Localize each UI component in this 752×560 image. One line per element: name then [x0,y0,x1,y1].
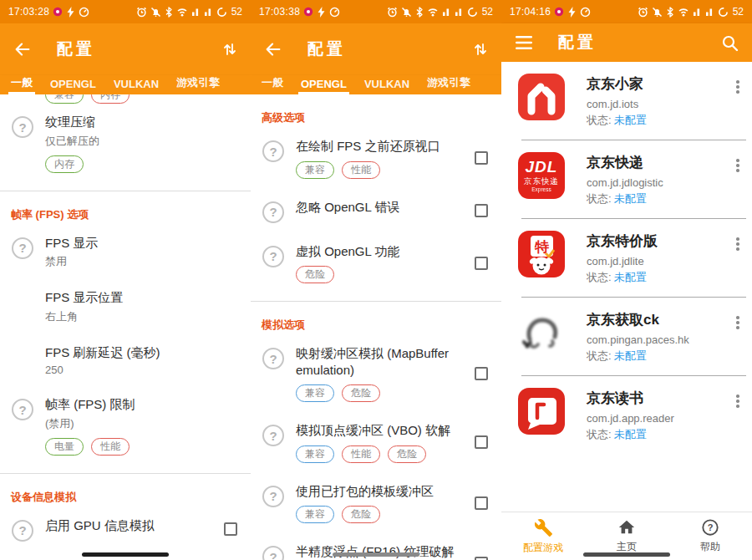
nav-item-help-circle[interactable]: ?帮助 [668,512,752,560]
settings-item[interactable]: ?模拟顶点缓冲区 (VBO) 软解兼容性能危险 [251,412,501,473]
help-icon[interactable]: ? [12,520,33,542]
settings-item[interactable]: ?虚拟 OpenGL 功能危险 [251,233,501,294]
settings-item[interactable]: ?使用已打包的模板缓冲区兼容危险 [251,473,501,534]
tag-chip-red: 性能 [342,445,380,463]
tab-bar: 一般 OPENGL VULKAN 游戏引擎 [251,75,501,94]
status-label: 状态: [587,271,612,283]
app-text-column: 京东快递com.jd.jdlogistic状态:未配置 [587,152,732,206]
overflow-menu-icon[interactable] [732,152,744,206]
flash-icon [66,7,75,18]
checkbox[interactable] [475,557,488,560]
tab-game-engine[interactable]: 游戏引擎 [427,75,470,94]
item-icon-column [0,289,45,324]
settings-list: 兼容内存?纹理压缩仅已解压的内存帧率 (FPS) 选项?FPS 显示禁用FPS … [0,94,251,560]
app-list-item[interactable]: 京东读书com.jd.app.reader状态:未配置 [501,376,752,454]
dot [736,80,739,84]
checkbox[interactable] [475,204,488,217]
settings-item[interactable]: ?纹理压缩仅已解压的内存 [0,104,251,183]
settings-item[interactable]: ?忽略 OpenGL 错误 [251,189,501,233]
help-icon[interactable]: ? [262,348,284,369]
help-icon[interactable]: ? [262,140,284,162]
help-icon[interactable]: ? [12,116,33,138]
tab-general[interactable]: 一般 [11,75,33,94]
help-icon[interactable]: ? [262,486,284,507]
overflow-menu-icon[interactable] [732,231,744,285]
settings-item[interactable]: ?在绘制 FPS 之前还原视口兼容性能 [251,128,501,189]
dot [736,169,739,172]
gesture-bar[interactable] [583,552,670,557]
chip-row: 兼容性能 [296,161,466,179]
signal-icon [204,7,213,17]
tab-vulkan[interactable]: VULKAN [114,78,159,94]
help-icon[interactable]: ? [12,399,33,420]
sort-arrows-icon[interactable] [473,41,488,58]
item-text-column: 纹理压缩仅已解压的内存 [45,114,237,173]
tab-opengl[interactable]: OPENGL [301,78,347,94]
help-icon[interactable]: ? [262,201,284,223]
checkbox[interactable] [475,367,488,380]
item-subtitle: (禁用) [45,416,229,431]
back-arrow-icon[interactable] [13,40,32,59]
jdl-icon: JDL京东快递Express [518,152,565,199]
bluetooth-icon [666,7,674,18]
checkbox[interactable] [475,435,488,449]
settings-item[interactable]: ?FPS 显示禁用 [0,225,251,280]
checkbox[interactable] [475,257,488,270]
menu-icon[interactable] [515,35,533,50]
settings-item[interactable]: FPS 显示位置右上角 [0,279,251,334]
tab-bar: 一般 OPENGL VULKAN 游戏引擎 [0,75,251,94]
app-list-item[interactable]: 京东获取ckcom.pingan.paces.hk状态:未配置 [501,298,752,375]
dot [736,321,739,324]
help-icon[interactable]: ? [262,546,284,560]
item-text-column: 使用已打包的模板缓冲区兼容危险 [296,483,475,524]
overflow-menu-icon[interactable] [732,388,744,442]
app-package: com.jd.iots [587,98,732,110]
settings-item[interactable]: FPS 刷新延迟 (毫秒)250 [0,334,251,387]
tab-game-engine[interactable]: 游戏引擎 [176,75,220,94]
item-title: 使用已打包的模板缓冲区 [296,483,466,500]
app-bar: 配置 [0,23,251,75]
status-value: 未配置 [614,192,647,205]
tag-chip-red: 危险 [342,506,380,523]
item-title: 虚拟 OpenGL 功能 [296,243,466,260]
help-icon[interactable]: ? [262,425,284,446]
sort-arrows-icon[interactable] [222,41,237,58]
signal-icon [191,7,201,17]
tag-chip-blue: 兼容 [296,384,334,402]
settings-item[interactable]: ?帧率 (FPS) 限制(禁用)电量性能 [0,386,251,466]
back-arrow-icon[interactable] [264,40,282,59]
checkbox[interactable] [224,522,237,536]
help-icon[interactable]: ? [12,237,33,259]
partial-chips-row: 兼容内存 [0,94,251,104]
dot [736,400,739,403]
tab-opengl[interactable]: OPENGL [50,78,96,94]
search-icon[interactable] [721,34,739,52]
nav-label: 帮助 [700,540,720,554]
app-list-item[interactable]: JDL京东快递Express京东快递com.jd.jdlogistic状态:未配… [501,140,752,218]
tab-general[interactable]: 一般 [262,75,283,94]
page-title: 配置 [307,38,346,60]
overflow-menu-icon[interactable] [732,309,744,364]
app-list-item[interactable]: 京东小家com.jd.iots状态:未配置 [501,62,752,140]
app-name: 京东获取ck [587,310,732,329]
settings-item[interactable]: ?启用 GPU 信息模拟 [0,507,251,552]
app-status: 状态:未配置 [587,113,732,128]
alarm-icon [387,7,398,18]
tab-vulkan[interactable]: VULKAN [364,78,409,94]
overflow-menu-icon[interactable] [732,74,744,128]
checkbox[interactable] [475,151,488,165]
dial-icon [79,7,89,18]
gesture-bar[interactable] [82,552,169,557]
nav-item-wrench[interactable]: 配置游戏 [501,512,585,560]
dot [736,159,739,162]
checkbox[interactable] [475,496,488,510]
settings-item[interactable]: ?映射缓冲区模拟 (MapBuffer emulation)兼容危险 [251,335,501,412]
item-title: 帧率 (FPS) 限制 [45,396,229,413]
help-icon[interactable]: ? [262,246,284,267]
battery-percent-text: 52 [482,6,493,18]
app-list-item[interactable]: 特京东特价版com.jd.jdlite状态:未配置 [501,219,752,297]
gesture-bar[interactable] [333,552,419,557]
battery-icon [467,7,478,18]
app-package: com.pingan.paces.hk [587,333,732,346]
section-header: 高级选项 [251,94,501,128]
